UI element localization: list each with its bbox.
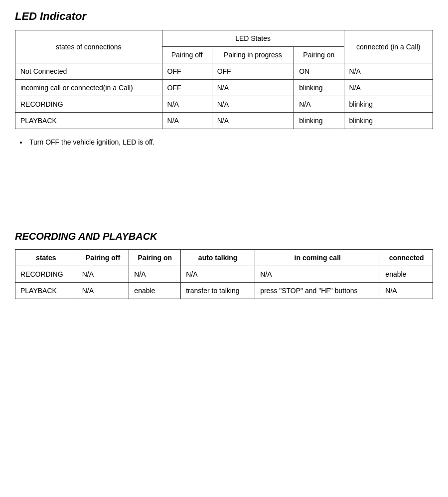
rec-pairing-on-cell: N/A	[129, 266, 181, 283]
rec-state-cell: PLAYBACK	[15, 283, 77, 299]
led-pairing-progress-cell: N/A	[212, 80, 294, 96]
led-col-pairing-on: Pairing on	[294, 47, 344, 63]
led-states-header: LED States	[162, 30, 344, 47]
table-row: PLAYBACK N/A enable transfer to talking …	[15, 283, 433, 299]
led-pairing-off-cell: OFF	[162, 80, 212, 96]
led-pairing-on-cell: blinking	[294, 80, 344, 96]
led-col-states: states of connections	[15, 30, 162, 63]
rec-pairing-off-cell: N/A	[77, 266, 129, 283]
led-state-cell: RECORDING	[15, 96, 162, 113]
led-pairing-off-cell: N/A	[162, 96, 212, 113]
led-pairing-on-cell: blinking	[294, 113, 344, 129]
table-row: RECORDING N/A N/A N/A blinking	[15, 96, 433, 113]
rec-incoming-call-cell: N/A	[255, 266, 380, 283]
led-connected-cell: N/A	[344, 80, 433, 96]
led-note: Turn OFF the vehicle ignition, LED is of…	[20, 138, 433, 146]
rec-col-states: states	[15, 250, 77, 266]
led-connected-cell: blinking	[344, 113, 433, 129]
table-row: RECORDING N/A N/A N/A N/A enable	[15, 266, 433, 283]
led-col-pairing-in-progress: Pairing in progress	[212, 47, 294, 63]
table-row: Not Connected OFF OFF ON N/A	[15, 63, 433, 80]
recording-playback-table: states Pairing off Pairing on auto talki…	[15, 249, 433, 299]
rec-auto-talking-cell: transfer to talking	[181, 283, 255, 299]
rec-auto-talking-cell: N/A	[181, 266, 255, 283]
rec-col-connected: connected	[380, 250, 433, 266]
led-pairing-progress-cell: N/A	[212, 113, 294, 129]
rec-pairing-off-cell: N/A	[77, 283, 129, 299]
rec-incoming-call-cell: press "STOP" and "HF" buttons	[255, 283, 380, 299]
led-state-cell: Not Connected	[15, 63, 162, 80]
led-pairing-progress-cell: N/A	[212, 96, 294, 113]
rec-col-incoming-call: in coming call	[255, 250, 380, 266]
table-row: PLAYBACK N/A N/A blinking blinking	[15, 113, 433, 129]
led-state-cell: PLAYBACK	[15, 113, 162, 129]
rec-connected-cell: N/A	[380, 283, 433, 299]
rec-pairing-on-cell: enable	[129, 283, 181, 299]
led-indicator-title: LED Indicator	[15, 10, 433, 23]
led-pairing-progress-cell: OFF	[212, 63, 294, 80]
rec-col-pairing-off: Pairing off	[77, 250, 129, 266]
rec-col-pairing-on: Pairing on	[129, 250, 181, 266]
section-gap	[15, 161, 433, 231]
led-pairing-on-cell: ON	[294, 63, 344, 80]
led-col-pairing-off: Pairing off	[162, 47, 212, 63]
table-row: incoming call or connected(in a Call) OF…	[15, 80, 433, 96]
led-pairing-off-cell: OFF	[162, 63, 212, 80]
led-state-cell: incoming call or connected(in a Call)	[15, 80, 162, 96]
rec-connected-cell: enable	[380, 266, 433, 283]
led-indicator-table: states of connections LED States connect…	[15, 30, 433, 129]
led-col-connected: connected (in a Call)	[344, 30, 433, 63]
led-connected-cell: blinking	[344, 96, 433, 113]
led-pairing-off-cell: N/A	[162, 113, 212, 129]
led-connected-cell: N/A	[344, 63, 433, 80]
rec-col-auto-talking: auto talking	[181, 250, 255, 266]
recording-playback-title: RECORDING AND PLAYBACK	[15, 231, 433, 242]
led-pairing-on-cell: N/A	[294, 96, 344, 113]
rec-state-cell: RECORDING	[15, 266, 77, 283]
